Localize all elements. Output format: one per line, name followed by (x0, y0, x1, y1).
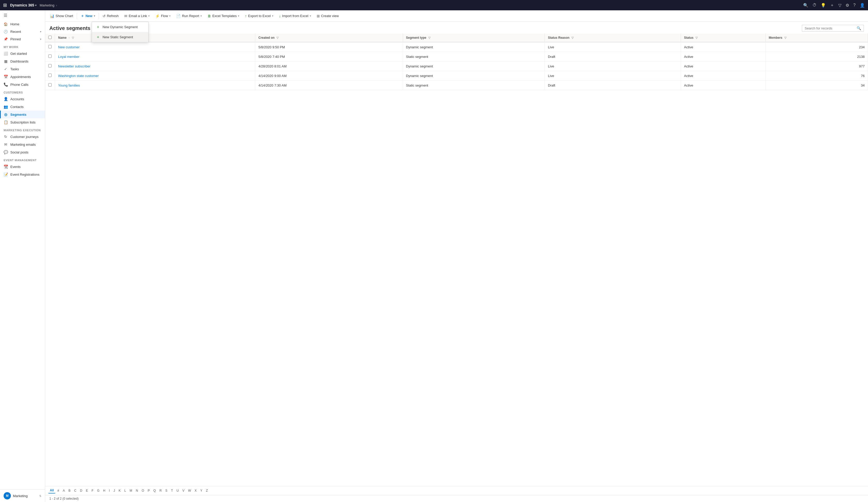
row-checkbox-0[interactable] (48, 45, 52, 48)
select-all-checkbox[interactable] (48, 35, 52, 39)
sidebar-item-subscription-lists[interactable]: 📋Subscription lists (0, 118, 45, 126)
row-checkbox-4[interactable] (48, 83, 52, 86)
created-on-column-header[interactable]: Created on ▽ (255, 33, 403, 42)
type-filter-icon[interactable]: ▽ (428, 36, 431, 39)
alpha-item-q[interactable]: Q (152, 488, 157, 493)
run-report-button[interactable]: 📄 Run Report ▾ (174, 12, 204, 20)
alpha-item-s[interactable]: S (164, 488, 169, 493)
brand-logo[interactable]: Dynamics 365 ▾ (10, 3, 37, 7)
sidebar-bottom[interactable]: M Marketing ⇅ (0, 489, 45, 502)
sidebar-item-customer-journeys[interactable]: ↻Customer journeys (0, 133, 45, 141)
row-name-1[interactable]: Loyal member (55, 52, 255, 61)
row-name-0[interactable]: New customer (55, 42, 255, 52)
row-checkbox-cell[interactable] (45, 61, 55, 71)
status-reason-filter-icon[interactable]: ▽ (571, 36, 574, 39)
search-icon[interactable]: 🔍 (803, 3, 808, 8)
members-column-header[interactable]: Members ▽ (765, 33, 868, 42)
import-excel-button[interactable]: ↓ Import from Excel ▾ (276, 12, 313, 20)
sidebar-item-get-started[interactable]: ⬜Get started (0, 50, 45, 57)
flow-button[interactable]: ⚡ Flow ▾ (153, 12, 173, 20)
alpha-item-d[interactable]: D (79, 488, 84, 493)
sidebar-item-event-registrations[interactable]: 📝Event Registrations (0, 171, 45, 178)
alpha-item-j[interactable]: J (112, 488, 116, 493)
sidebar-item-marketing-emails[interactable]: ✉Marketing emails (0, 141, 45, 148)
help-icon[interactable]: ? (853, 3, 856, 8)
row-checkbox-1[interactable] (48, 54, 52, 58)
alpha-item-p[interactable]: P (146, 488, 152, 493)
status-column-header[interactable]: Status ▽ (681, 33, 765, 42)
refresh-button[interactable]: ↺ Refresh (100, 12, 121, 20)
sidebar-item-pinned[interactable]: 📌 Pinned ▾ (0, 35, 45, 43)
row-checkbox-cell[interactable] (45, 81, 55, 90)
alpha-item-f[interactable]: F (90, 488, 95, 493)
status-filter-icon[interactable]: ▽ (695, 36, 698, 39)
alpha-item-v[interactable]: V (181, 488, 186, 493)
new-dynamic-segment-item[interactable]: ＋ New Dynamic Segment (92, 22, 148, 32)
name-sort-icon[interactable]: ↑ (69, 36, 70, 39)
sidebar-toggle[interactable]: ☰ (0, 10, 45, 20)
timer-icon[interactable]: ⏱ (813, 3, 817, 8)
alpha-item-b[interactable]: B (67, 488, 72, 493)
user-icon[interactable]: 👤 (860, 3, 865, 8)
add-icon[interactable]: ＋ (830, 2, 834, 8)
new-button[interactable]: ＋ New ▾ (78, 12, 98, 20)
alpha-item-a[interactable]: A (61, 488, 66, 493)
alpha-item-c[interactable]: C (73, 488, 78, 493)
alpha-item-w[interactable]: W (187, 488, 193, 493)
row-checkbox-cell[interactable] (45, 52, 55, 61)
row-name-3[interactable]: Washington state customer (55, 71, 255, 81)
sidebar-item-accounts[interactable]: 👤Accounts (0, 95, 45, 103)
alpha-item-l[interactable]: L (123, 488, 127, 493)
sidebar-item-dashboards[interactable]: ▦Dashboards (0, 57, 45, 65)
alpha-item-z[interactable]: Z (204, 488, 209, 493)
status-reason-column-header[interactable]: Status Reason ▽ (545, 33, 681, 42)
filter-icon[interactable]: ▽ (838, 3, 841, 8)
row-checkbox-2[interactable] (48, 64, 52, 68)
row-checkbox-cell[interactable] (45, 42, 55, 52)
alpha-item-o[interactable]: O (140, 488, 146, 493)
alpha-item-all[interactable]: All (48, 488, 55, 493)
email-link-button[interactable]: ✉ Email a Link ▾ (122, 12, 152, 20)
alpha-item-x[interactable]: X (193, 488, 198, 493)
row-checkbox-3[interactable] (48, 74, 52, 77)
sidebar-item-home[interactable]: 🏠 Home (0, 20, 45, 28)
sidebar-item-contacts[interactable]: 👥Contacts (0, 103, 45, 111)
create-view-button[interactable]: ⊞ Create view (314, 12, 342, 20)
select-all-header[interactable] (45, 33, 55, 42)
alpha-item-i[interactable]: I (107, 488, 111, 493)
name-column-header[interactable]: Name ↑ ▽ (55, 33, 255, 42)
sidebar-item-recent[interactable]: 🕐 Recent ▾ (0, 28, 45, 35)
excel-templates-button[interactable]: 🗎 Excel Templates ▾ (205, 12, 242, 20)
sidebar-item-tasks[interactable]: ✓Tasks (0, 65, 45, 73)
sidebar-item-segments[interactable]: ◎Segments (0, 111, 45, 118)
sidebar-collapse-icon[interactable]: ⇅ (39, 494, 41, 498)
search-input[interactable] (805, 26, 857, 30)
new-static-segment-item[interactable]: ＋ New Static Segment (92, 32, 148, 42)
name-filter-icon[interactable]: ▽ (72, 36, 74, 39)
segment-type-column-header[interactable]: Segment type ▽ (403, 33, 545, 42)
sidebar-item-social-posts[interactable]: 💬Social posts (0, 148, 45, 156)
row-checkbox-cell[interactable] (45, 71, 55, 81)
alpha-item-h[interactable]: H (102, 488, 107, 493)
settings-icon[interactable]: ⚙ (846, 3, 849, 8)
alpha-item-y[interactable]: Y (199, 488, 204, 493)
sidebar-item-phone-calls[interactable]: 📞Phone Calls (0, 81, 45, 88)
show-chart-button[interactable]: 📊 Show Chart (47, 12, 76, 20)
alpha-item-k[interactable]: K (117, 488, 122, 493)
alpha-item-g[interactable]: G (96, 488, 101, 493)
sidebar-item-events[interactable]: 📆Events (0, 163, 45, 171)
export-excel-button[interactable]: ↑ Export to Excel ▾ (242, 12, 276, 20)
alpha-item-r[interactable]: R (158, 488, 163, 493)
alpha-item-t[interactable]: T (169, 488, 174, 493)
members-filter-icon[interactable]: ▽ (784, 36, 786, 39)
waffle-menu[interactable]: ⊞ (3, 2, 7, 8)
row-name-4[interactable]: Young families (55, 81, 255, 90)
lightbulb-icon[interactable]: 💡 (821, 3, 826, 8)
row-name-2[interactable]: Newsletter subscriber (55, 61, 255, 71)
alpha-item-u[interactable]: U (175, 488, 180, 493)
alpha-item-#[interactable]: # (56, 488, 61, 493)
sidebar-item-appointments[interactable]: 📅Appointments (0, 73, 45, 81)
alpha-item-e[interactable]: E (84, 488, 90, 493)
alpha-item-m[interactable]: M (128, 488, 134, 493)
alpha-item-n[interactable]: N (134, 488, 140, 493)
